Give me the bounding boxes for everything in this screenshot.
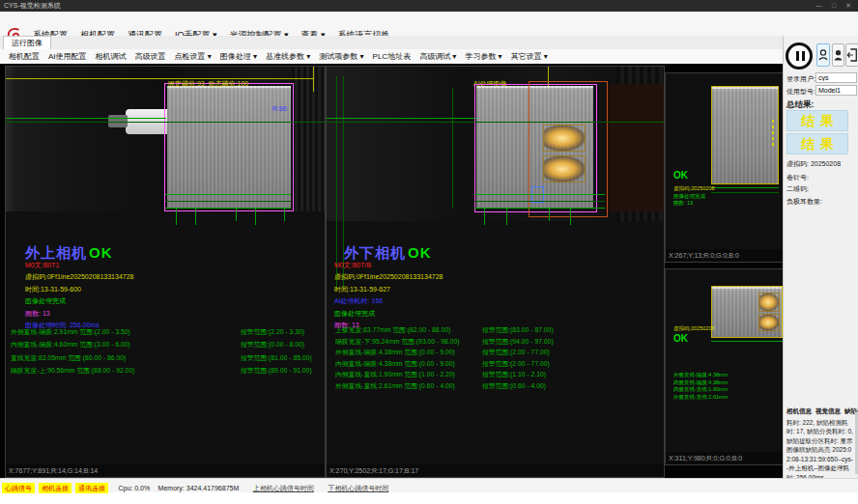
status-bar: 心跳信号相机连接通讯连接 Cpu: 0.0% Memory: 3424.4179…	[0, 478, 858, 492]
info-line: 圈数: 13	[25, 308, 133, 320]
camera-name: 外上相机	[25, 244, 87, 261]
measure-tick	[236, 208, 237, 221]
toolbar-item[interactable]: 图像处理 ▾	[220, 49, 257, 64]
virtual-code-row: 虚拟码: 20250208	[786, 159, 841, 169]
minimize-button[interactable]: —	[812, 0, 826, 12]
tab-vision-info[interactable]: 视觉信息	[815, 407, 841, 414]
mini-top-line: 虚拟码:20250208	[673, 325, 715, 332]
virtual-code-value: 20250208	[811, 160, 841, 167]
toolbar: 相机配置AI使用配置相机调试高级设置点检设置 ▾图像处理 ▾基准线参数 ▾测试项…	[0, 49, 783, 64]
measurement-row: 隔膜宽度-下:95.24mm 范围:(93.00 - 98.00) 报警范围:(…	[335, 337, 459, 349]
info-line: 外侧直线-隔膜:4.38mm	[673, 372, 728, 379]
side-camera-view-1[interactable]: OK 虚拟码:20250208图像处理完成圈数: 13 X:267;Y:13;R…	[665, 72, 784, 263]
toolbar-item[interactable]: 学习参数 ▾	[465, 49, 501, 64]
guide-line-vertical	[452, 88, 453, 209]
measure-line	[165, 208, 291, 209]
model-label: 使用型号:	[786, 87, 815, 97]
toolbar-item[interactable]: AI使用配置	[48, 49, 87, 64]
login-user-input[interactable]	[815, 72, 857, 83]
login-user-label: 登录用户:	[786, 74, 815, 84]
status-badge: 通讯连接	[75, 483, 108, 493]
memory-usage: Memory: 3424.41796875M	[158, 485, 240, 491]
measure-tick	[176, 208, 177, 225]
toolbar-item[interactable]: 相机配置	[9, 49, 40, 64]
logout-door-icon	[846, 44, 858, 66]
measurement-row: 外侧直线-隔膜:2.91mm 范围:(2.00 - 3.50) 报警范围:(2.…	[11, 327, 134, 340]
roi-rectangle	[164, 83, 294, 211]
measurement-list: 外侧直线-隔膜:2.91mm 范围:(2.00 - 3.50) 报警范围:(2.…	[11, 327, 134, 379]
info-line: 外侧直线-直线:2.61mm	[673, 394, 728, 402]
stripe-texture	[292, 67, 325, 211]
logout-button[interactable]	[845, 43, 858, 67]
user-login-button[interactable]	[816, 43, 830, 67]
dash-marker	[772, 120, 774, 147]
threshold-tag: R:86	[272, 105, 287, 112]
lower-camera-heartbeat: 下相机心跳信号时间	[328, 485, 388, 491]
mini-info-lines: 虚拟码:20250208图像处理完成圈数: 13	[673, 185, 715, 208]
cursor-coordinates: X:267;Y:13;R:0;G:0;B:0	[666, 249, 783, 262]
side-camera-view-2[interactable]: 虚拟码:20250208 OK 外侧直线-隔膜:4.38mm内侧直线-隔膜:4.…	[665, 268, 784, 465]
measure-line	[165, 194, 291, 195]
camera-info-lines: M0文:B0T/B虚拟码:0Ff1ine20250208133134728时间:…	[334, 260, 443, 331]
toolbar-item[interactable]: 基准线参数 ▾	[266, 49, 310, 64]
upper-camera-heartbeat: 上相机心跳信号时间	[253, 485, 314, 491]
info-line: 时间:13-31-59-627	[334, 284, 443, 295]
cursor-coordinates: X:311;Y:980;R:0;G:0;B:0	[666, 452, 783, 464]
tab-camera-info[interactable]: 相机信息	[786, 407, 812, 414]
close-button[interactable]: ✕	[842, 0, 855, 12]
info-tabs: 相机信息视觉信息缺陷信息	[786, 407, 858, 416]
mini-info-lines: 外侧直线-隔膜:4.38mm内侧直线-隔膜:4.38mm内侧直线-直线:1.90…	[673, 372, 728, 401]
maximize-button[interactable]: □	[828, 0, 840, 12]
measurement-row: 直线宽度:83.05mm 范围:(80.00 - 86.00) 报警范围:(81…	[11, 353, 134, 366]
measure-line	[474, 201, 605, 202]
measure-tick	[570, 208, 571, 225]
tab-run-image[interactable]: 运行图像	[3, 36, 51, 49]
weld-glow-spot	[758, 314, 780, 331]
cpu-usage: Cpu: 0.0%	[118, 485, 150, 491]
info-line: 圈数: 13	[673, 200, 715, 208]
weld-glow-spot	[758, 293, 780, 312]
model-input[interactable]	[815, 85, 857, 96]
camera-view-upper[interactable]: 固定阈值:93, 动态阈值:100 R:86 外上相机OK M0文:B0T1虚拟…	[5, 66, 326, 478]
info-line: 时间:13-31-59-600	[25, 284, 133, 295]
measurement-row: 隔膜宽度-上:90.56mm 范围:(88.00 - 92.00) 报警范围:(…	[11, 366, 134, 378]
camera-name: 外下相机	[344, 244, 406, 261]
result-box-lower: 结果	[786, 133, 848, 154]
guide-line-vertical	[336, 76, 337, 289]
dark-area	[606, 84, 664, 211]
info-line: 图像处理完成	[673, 193, 715, 201]
toolbar-item[interactable]: PLC地址表	[373, 49, 412, 64]
pause-icon	[802, 51, 805, 61]
result-box-upper: 结果	[786, 110, 848, 131]
user-dark-icon	[833, 44, 844, 66]
cursor-coordinates: X:7677;Y:891;R:14;G:14;B:14	[6, 464, 325, 477]
measure-line	[327, 118, 476, 119]
measure-line	[474, 208, 605, 209]
info-line: 内侧直线-直线:1.90mm	[673, 386, 728, 394]
measure-tick	[255, 208, 256, 225]
cursor-coordinates: X:270;Y:2502;R:17;G:17;B:17	[327, 464, 664, 477]
camera-view-lower[interactable]: AI处理图像 外下相机OK M0文:B0T/B虚拟码:0Ff1ine202502…	[326, 66, 665, 478]
info-line: 图像处理完成	[25, 295, 133, 307]
info-line: M0文:B0T/B	[334, 260, 443, 271]
toolbar-item[interactable]: 其它设置 ▾	[511, 49, 548, 64]
operator-button[interactable]	[832, 43, 844, 67]
result-ok-text: OK	[89, 244, 113, 261]
info-line: AI处理耗时: 166	[334, 295, 443, 307]
info-line: 虚拟码:20250208	[673, 185, 715, 193]
toolbar-item[interactable]: 相机调试	[96, 49, 127, 64]
reference-line-vertical	[313, 67, 314, 92]
pause-button[interactable]	[786, 42, 813, 70]
measure-line	[711, 192, 779, 193]
weld-glow-spot	[543, 125, 586, 152]
camera-info-lines: M0文:B0T1虚拟码:0Ff1ine20250208133134728时间:1…	[25, 260, 133, 331]
result-ok-text: OK	[673, 170, 688, 181]
toolbar-item[interactable]: 测试项参数 ▾	[319, 49, 363, 64]
measurement-row: 内侧直线-隔膜:4.60mm 范围:(3.00 - 6.00) 报警范围:(0.…	[11, 340, 134, 352]
mini-electrode-block	[711, 86, 779, 184]
toolbar-item[interactable]: 点检设置 ▾	[175, 49, 212, 64]
toolbar-item[interactable]: 高级调试 ▾	[419, 49, 456, 64]
measure-tick	[549, 208, 550, 221]
measure-line	[327, 122, 664, 123]
toolbar-item[interactable]: 高级设置	[135, 49, 166, 64]
